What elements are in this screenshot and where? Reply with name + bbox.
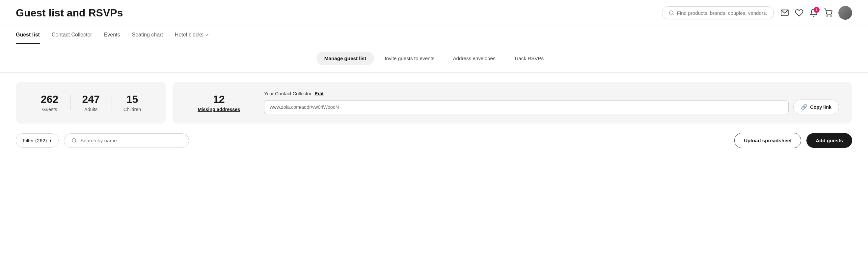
upload-spreadsheet-button[interactable]: Upload spreadsheet <box>734 133 801 148</box>
tab-hotel-blocks[interactable]: Hotel blocks ↗ <box>175 26 209 44</box>
header-right: 1 <box>662 6 852 20</box>
search-icon <box>669 10 674 16</box>
svg-point-3 <box>827 16 828 16</box>
sub-nav-address-envelopes[interactable]: Address envelopes <box>445 51 503 65</box>
main-content: 262 Guests 247 Adults 15 Children 12 Mis… <box>0 73 868 157</box>
sub-nav-track-rsvps[interactable]: Track RSVPs <box>506 51 552 65</box>
children-stat: 15 Children <box>112 93 153 112</box>
top-header: Guest list and RSVPs <box>0 0 868 26</box>
messages-button[interactable] <box>780 8 789 17</box>
cart-icon <box>824 8 832 17</box>
tab-seating-chart[interactable]: Seating chart <box>132 26 163 44</box>
copy-link-button[interactable]: 🔗 Copy link <box>793 100 839 114</box>
svg-line-6 <box>75 142 76 143</box>
svg-line-1 <box>673 14 673 15</box>
filter-button[interactable]: Filter (262) ▾ <box>16 134 59 148</box>
tab-contact-collector[interactable]: Contact Collector <box>52 26 92 44</box>
heart-icon <box>795 8 803 17</box>
contact-collector-section: Your Contact Collector Edit 🔗 Copy link <box>264 91 839 114</box>
cart-button[interactable] <box>824 8 832 17</box>
missing-count: 12 <box>213 93 225 105</box>
sub-nav: Manage guest list Invite guests to event… <box>0 44 868 73</box>
notification-count: 1 <box>814 7 819 13</box>
guests-count: 262 <box>41 93 58 105</box>
stats-row: 262 Guests 247 Adults 15 Children 12 Mis… <box>16 82 852 123</box>
address-stats-card: 12 Missing addresses Your Contact Collec… <box>173 82 852 123</box>
missing-addresses-link[interactable]: Missing addresses <box>197 107 240 112</box>
mail-icon <box>780 8 789 17</box>
adults-stat: 247 Adults <box>70 93 111 112</box>
main-nav: Guest list Contact Collector Events Seat… <box>0 26 868 44</box>
tab-events[interactable]: Events <box>104 26 120 44</box>
children-count: 15 <box>126 93 138 105</box>
guest-stats-card: 262 Guests 247 Adults 15 Children <box>16 82 166 123</box>
adults-label: Adults <box>84 107 97 112</box>
contact-collector-url-row: 🔗 Copy link <box>264 100 839 114</box>
name-search-bar[interactable] <box>64 134 189 148</box>
notifications-button[interactable]: 1 <box>809 8 818 17</box>
global-search-input[interactable] <box>677 10 767 16</box>
children-label: Children <box>123 107 141 112</box>
edit-contact-collector-link[interactable]: Edit <box>315 91 324 96</box>
contact-collector-url-input[interactable] <box>264 100 788 114</box>
avatar[interactable] <box>838 6 852 20</box>
sub-nav-manage-guest-list[interactable]: Manage guest list <box>316 51 374 65</box>
name-search-input[interactable] <box>80 138 181 143</box>
svg-point-4 <box>831 16 832 16</box>
missing-addresses-section: 12 Missing addresses <box>186 93 252 112</box>
contact-collector-title: Your Contact Collector Edit <box>264 91 839 96</box>
header-icons: 1 <box>780 6 852 20</box>
adults-count: 247 <box>82 93 99 105</box>
page-title: Guest list and RSVPs <box>16 7 123 19</box>
guests-label: Guests <box>42 107 57 112</box>
sub-nav-invite-guests[interactable]: Invite guests to events <box>377 51 442 65</box>
global-search-bar[interactable] <box>662 6 774 20</box>
search-icon <box>71 138 77 144</box>
add-guests-button[interactable]: Add guests <box>806 133 852 148</box>
guests-stat: 262 Guests <box>29 93 70 112</box>
action-row-right: Upload spreadsheet Add guests <box>734 133 852 148</box>
external-link-icon: ↗ <box>206 33 209 37</box>
action-row: Filter (262) ▾ Upload spreadsheet Add gu… <box>16 133 852 148</box>
chevron-down-icon: ▾ <box>50 138 52 143</box>
avatar-image <box>838 6 852 20</box>
tab-guest-list[interactable]: Guest list <box>16 26 40 44</box>
link-icon: 🔗 <box>801 104 807 110</box>
action-row-left: Filter (262) ▾ <box>16 134 189 148</box>
favorites-button[interactable] <box>795 8 803 17</box>
